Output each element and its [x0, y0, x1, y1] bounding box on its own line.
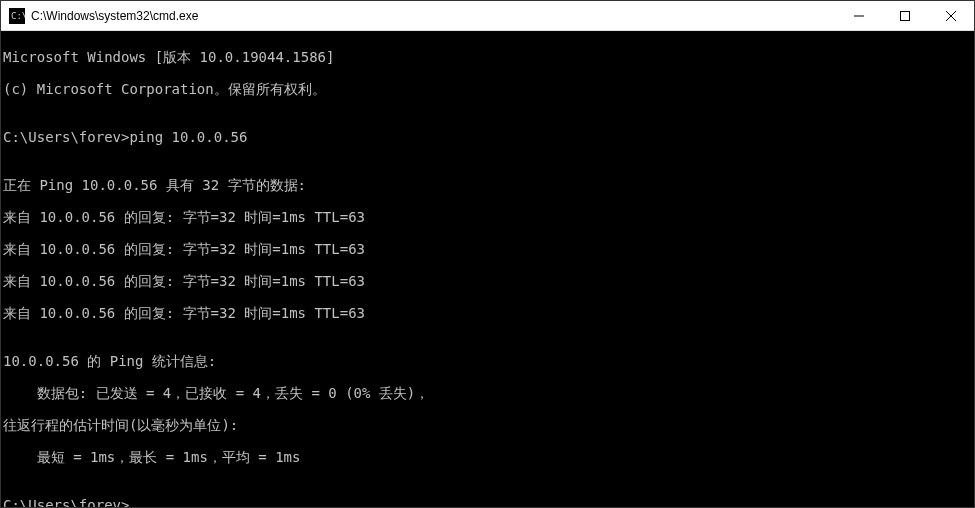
terminal-line: C:\Users\forev>ping 10.0.0.56 [3, 129, 972, 145]
terminal-line: C:\Users\forev> [3, 497, 972, 507]
window-title: C:\Windows\system32\cmd.exe [31, 9, 198, 23]
terminal-line: 来自 10.0.0.56 的回复: 字节=32 时间=1ms TTL=63 [3, 305, 972, 321]
terminal-line: 最短 = 1ms，最长 = 1ms，平均 = 1ms [3, 449, 972, 465]
minimize-button[interactable] [836, 1, 882, 30]
close-button[interactable] [928, 1, 974, 30]
cmd-icon: C:\ [9, 8, 25, 24]
terminal-line: 来自 10.0.0.56 的回复: 字节=32 时间=1ms TTL=63 [3, 241, 972, 257]
terminal-line: 来自 10.0.0.56 的回复: 字节=32 时间=1ms TTL=63 [3, 209, 972, 225]
svg-text:C:\: C:\ [11, 11, 25, 21]
terminal-line: Microsoft Windows [版本 10.0.19044.1586] [3, 49, 972, 65]
terminal-line: 数据包: 已发送 = 4，已接收 = 4，丢失 = 0 (0% 丢失)， [3, 385, 972, 401]
svg-rect-3 [901, 11, 910, 20]
terminal-line: 10.0.0.56 的 Ping 统计信息: [3, 353, 972, 369]
titlebar-left: C:\ C:\Windows\system32\cmd.exe [1, 8, 198, 24]
terminal-line: 往返行程的估计时间(以毫秒为单位): [3, 417, 972, 433]
terminal-output[interactable]: Microsoft Windows [版本 10.0.19044.1586] (… [1, 31, 974, 507]
cmd-window: C:\ C:\Windows\system32\cmd.exe Microsof… [0, 0, 975, 508]
titlebar[interactable]: C:\ C:\Windows\system32\cmd.exe [1, 1, 974, 31]
terminal-line: (c) Microsoft Corporation。保留所有权利。 [3, 81, 972, 97]
window-controls [836, 1, 974, 30]
terminal-line: 正在 Ping 10.0.0.56 具有 32 字节的数据: [3, 177, 972, 193]
terminal-line: 来自 10.0.0.56 的回复: 字节=32 时间=1ms TTL=63 [3, 273, 972, 289]
maximize-button[interactable] [882, 1, 928, 30]
